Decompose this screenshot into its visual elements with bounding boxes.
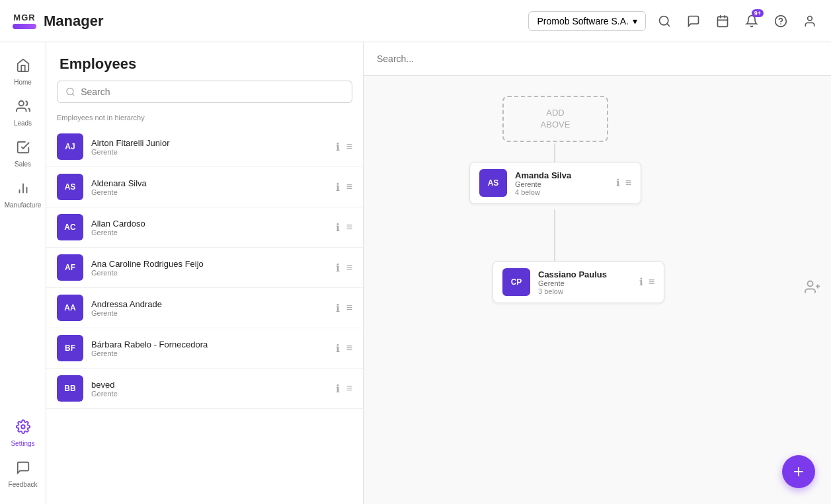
employee-avatar: AF <box>57 254 83 281</box>
sidebar-label-settings: Settings <box>11 440 34 447</box>
amanda-avatar: AS <box>479 169 507 197</box>
right-search-bar[interactable] <box>364 42 831 76</box>
employee-avatar: BF <box>57 335 83 361</box>
company-selector[interactable]: Promob Software S.A. ▾ <box>528 11 646 31</box>
sidebar-item-manufacture[interactable]: Manufacture <box>3 176 43 214</box>
employee-name: Andressa Andrade <box>91 299 328 309</box>
employee-avatar: BB <box>57 375 83 402</box>
drag-icon[interactable]: ≡ <box>346 342 352 354</box>
list-item: AF Ana Caroline Rodrigues Feijo Gerente … <box>46 248 363 288</box>
item-actions: ℹ ≡ <box>336 221 352 234</box>
employee-info: beved Gerente <box>91 380 328 398</box>
feedback-icon <box>16 460 30 478</box>
employee-role: Gerente <box>91 188 328 196</box>
svg-point-9 <box>19 101 23 106</box>
employee-name: beved <box>91 380 328 390</box>
sidebar-label-feedback: Feedback <box>9 481 38 488</box>
sidebar-item-settings[interactable]: Settings <box>3 414 43 452</box>
item-actions: ℹ ≡ <box>336 382 352 395</box>
drag-icon[interactable]: ≡ <box>346 181 352 193</box>
list-item: AC Allan Cardoso Gerente ℹ ≡ <box>46 207 363 248</box>
main-layout: Home Leads Sales Manufacture Settings <box>0 42 831 504</box>
drag-icon[interactable]: ≡ <box>346 141 352 153</box>
user-profile-button[interactable] <box>799 11 820 32</box>
employee-info: Ana Caroline Rodrigues Feijo Gerente <box>91 259 328 277</box>
employee-name: Airton Fitarelli Junior <box>91 138 328 148</box>
sidebar-item-leads[interactable]: Leads <box>3 94 43 132</box>
employee-avatar: AC <box>57 214 83 240</box>
employee-list: AJ Airton Fitarelli Junior Gerente ℹ ≡ A… <box>46 127 363 504</box>
cassiano-below: 3 below <box>538 287 631 295</box>
cassiano-avatar: CP <box>502 268 530 296</box>
list-item: AS Aldenara Silva Gerente ℹ ≡ <box>46 167 363 207</box>
home-icon <box>16 58 30 76</box>
company-name: Promob Software S.A. <box>537 16 629 26</box>
notification-badge: 9+ <box>752 9 764 17</box>
employee-search-bar[interactable] <box>57 81 352 103</box>
info-icon[interactable]: ℹ <box>336 262 340 274</box>
cassiano-actions: ℹ ≡ <box>639 276 654 288</box>
item-actions: ℹ ≡ <box>336 342 352 355</box>
sidebar-item-feedback[interactable]: Feedback <box>3 455 43 493</box>
cassiano-role: Gerente <box>538 279 631 287</box>
svg-point-13 <box>21 425 25 429</box>
employee-role: Gerente <box>91 390 328 398</box>
info-icon[interactable]: ℹ <box>336 302 340 314</box>
search-input[interactable] <box>81 87 344 97</box>
employee-info: Aldenara Silva Gerente <box>91 178 328 196</box>
drag-icon[interactable]: ≡ <box>346 382 352 394</box>
item-actions: ℹ ≡ <box>336 141 352 153</box>
add-above-label: ADDABOVE <box>541 107 571 131</box>
employee-avatar: AS <box>57 174 83 200</box>
amanda-drag-icon[interactable]: ≡ <box>625 177 631 189</box>
logo-icon: MGR <box>11 7 38 35</box>
employee-name: Allan Cardoso <box>91 219 328 229</box>
logo-mgr-text: MGR <box>13 13 35 22</box>
sidebar-label-sales: Sales <box>15 161 31 168</box>
page-title: Employees <box>46 42 363 81</box>
manufacture-icon <box>16 181 30 199</box>
help-button[interactable] <box>770 11 791 32</box>
drag-icon[interactable]: ≡ <box>346 221 352 233</box>
amanda-actions: ℹ ≡ <box>616 177 631 189</box>
info-icon[interactable]: ℹ <box>336 181 340 194</box>
hierarchy-search-input[interactable] <box>377 54 818 64</box>
calendar-button[interactable] <box>712 11 733 32</box>
sidebar-label-home: Home <box>14 79 32 86</box>
right-panel: ADDABOVE AS Amanda Silva Gerente 4 below <box>364 42 831 504</box>
chat-button[interactable] <box>683 11 704 32</box>
employee-avatar: AA <box>57 295 83 321</box>
cassiano-drag-icon[interactable]: ≡ <box>649 276 654 288</box>
search-button[interactable] <box>654 11 675 32</box>
drag-icon[interactable]: ≡ <box>346 262 352 273</box>
item-actions: ℹ ≡ <box>336 302 352 314</box>
info-icon[interactable]: ℹ <box>336 382 340 395</box>
hierarchy-card-amanda: AS Amanda Silva Gerente 4 below ℹ ≡ <box>469 162 641 204</box>
hierarchy-card-cassiano: CP Cassiano Paulus Gerente 3 below ℹ ≡ <box>493 261 664 303</box>
content-area: Employees Employees not in hierarchy AJ … <box>46 42 831 504</box>
sidebar-item-home[interactable]: Home <box>3 53 43 91</box>
notification-button[interactable]: 9+ <box>741 11 762 32</box>
employee-role: Gerente <box>91 269 328 277</box>
info-icon[interactable]: ℹ <box>336 141 340 153</box>
amanda-info: Amanda Silva Gerente 4 below <box>515 170 608 196</box>
header: MGR Manager Promob Software S.A. ▾ 9+ <box>0 0 831 42</box>
svg-line-1 <box>667 23 670 26</box>
sales-icon <box>16 140 30 158</box>
svg-rect-2 <box>718 17 728 26</box>
drag-icon[interactable]: ≡ <box>346 302 352 314</box>
employee-role: Gerente <box>91 349 328 357</box>
employee-info: Airton Fitarelli Junior Gerente <box>91 138 328 156</box>
sidebar-item-sales[interactable]: Sales <box>3 135 43 173</box>
info-icon[interactable]: ℹ <box>336 221 340 234</box>
add-above-box[interactable]: ADDABOVE <box>502 96 608 142</box>
list-item: AA Andressa Andrade Gerente ℹ ≡ <box>46 288 363 328</box>
fab-add-button[interactable]: + <box>782 455 815 488</box>
sidebar-label-leads: Leads <box>14 120 32 127</box>
info-icon[interactable]: ℹ <box>336 342 340 355</box>
amanda-info-icon[interactable]: ℹ <box>616 177 620 189</box>
cassiano-info-icon[interactable]: ℹ <box>639 276 643 288</box>
employee-name: Aldenara Silva <box>91 178 328 188</box>
add-person-button[interactable] <box>805 279 820 298</box>
hierarchy-area: ADDABOVE AS Amanda Silva Gerente 4 below <box>364 76 831 501</box>
